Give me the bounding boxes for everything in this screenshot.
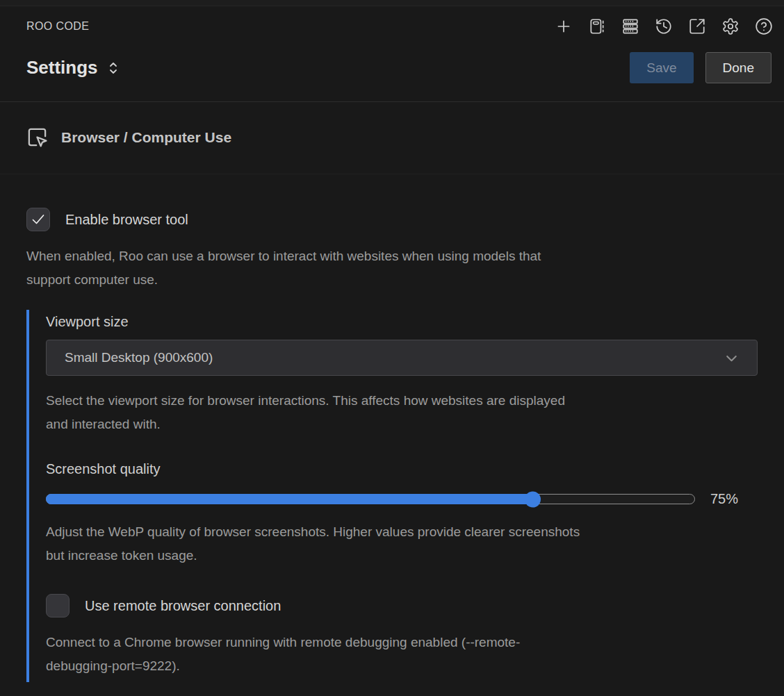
section-header: Browser / Computer Use [0,102,784,174]
enable-browser-row: Enable browser tool [26,208,758,231]
remote-browser-checkbox[interactable] [46,594,70,618]
viewport-size-label: Viewport size [46,314,758,330]
page-title: Settings [26,57,98,78]
gear-icon[interactable] [721,17,740,35]
viewport-size-description: Select the viewport size for browser int… [46,389,758,436]
help-icon[interactable] [755,17,773,35]
section-title: Browser / Computer Use [61,129,231,146]
screenshot-quality-description: Adjust the WebP quality of browser scree… [46,520,758,567]
done-button[interactable]: Done [705,52,771,83]
prompts-notebook-icon[interactable] [588,17,606,35]
save-button[interactable]: Save [630,52,693,83]
chevron-updown-icon[interactable] [108,59,119,77]
toolbar [555,17,773,35]
quality-slider-thumb[interactable] [525,491,541,507]
plus-icon[interactable] [555,17,573,35]
remote-browser-label: Use remote browser connection [85,598,281,614]
screenshot-quality-label: Screenshot quality [46,461,758,477]
viewport-size-select[interactable]: Small Desktop (900x600) [46,340,758,376]
settings-content: Enable browser tool When enabled, Roo ca… [0,174,784,682]
quality-slider-value: 75% [710,491,738,507]
mcp-servers-icon[interactable] [621,17,639,35]
panel-top-strip [0,0,784,6]
viewport-size-value: Small Desktop (900x600) [65,350,213,365]
checkmark-icon [30,211,47,228]
app-title: ROO CODE [26,20,89,33]
header: ROO CODE [0,6,784,102]
history-icon[interactable] [655,17,673,35]
enable-browser-description: When enabled, Roo can use a browser to i… [26,245,758,292]
open-in-editor-icon[interactable] [688,17,706,35]
enable-browser-checkbox[interactable] [26,208,50,231]
remote-browser-row: Use remote browser connection [46,594,758,618]
remote-browser-description: Connect to a Chrome browser running with… [46,631,758,678]
browser-settings-group: Viewport size Small Desktop (900x600) Se… [26,310,758,682]
quality-slider-fill [46,494,532,504]
chevron-down-icon [723,349,740,367]
enable-browser-label: Enable browser tool [65,212,188,228]
screenshot-quality-slider-row: 75% [46,491,758,507]
quality-slider-track[interactable] [46,494,695,504]
square-mouse-pointer-icon [26,126,48,148]
